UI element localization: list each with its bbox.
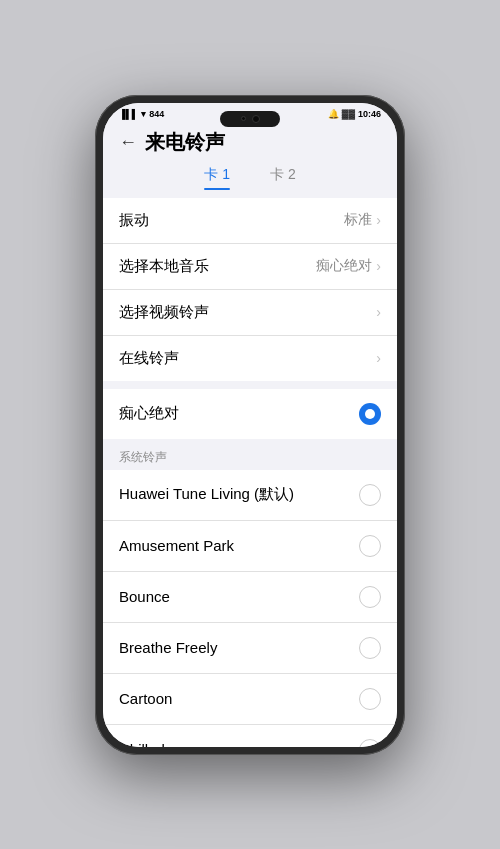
selected-ringtone-label: 痴心绝对 [119, 404, 179, 423]
vibrate-row[interactable]: 振动 标准 › [103, 198, 397, 244]
local-music-row[interactable]: 选择本地音乐 痴心绝对 › [103, 244, 397, 290]
local-music-label: 选择本地音乐 [119, 257, 209, 276]
bell-icon: 🔔 [328, 109, 339, 119]
battery-label: 844 [149, 109, 164, 119]
system-section-label: 系统铃声 [103, 439, 397, 470]
content-area: 振动 标准 › 选择本地音乐 痴心绝对 › 选择视频铃声 [103, 190, 397, 747]
tab-bar: 卡 1 卡 2 [103, 156, 397, 190]
ringtone-row-amusement-park[interactable]: Amusement Park [103, 521, 397, 572]
camera-lens [252, 115, 260, 123]
ringtone-label: Huawei Tune Living (默认) [119, 485, 294, 504]
vibrate-label: 振动 [119, 211, 149, 230]
time-display: 10:46 [358, 109, 381, 119]
video-ringtone-row[interactable]: 选择视频铃声 › [103, 290, 397, 336]
ringtone-row-bounce[interactable]: Bounce [103, 572, 397, 623]
signal-icon: ▐▌▌ [119, 109, 138, 119]
radio-circle-icon [359, 484, 381, 506]
tab-card2[interactable]: 卡 2 [270, 166, 296, 190]
radio-circle-icon [359, 739, 381, 747]
tab-card1[interactable]: 卡 1 [204, 166, 230, 190]
online-ringtone-value: › [376, 350, 381, 366]
chevron-icon: › [376, 258, 381, 274]
page-title: 来电铃声 [145, 129, 225, 156]
ringtone-row-cartoon[interactable]: Cartoon [103, 674, 397, 725]
chevron-icon: › [376, 212, 381, 228]
ringtone-label: Breathe Freely [119, 639, 217, 656]
ringtone-label: Cartoon [119, 690, 172, 707]
ringtone-label: Amusement Park [119, 537, 234, 554]
battery-icon: ▓▓ [342, 109, 355, 119]
wifi-icon: ▾ [141, 109, 146, 119]
camera-notch [220, 111, 280, 127]
radio-circle-icon [359, 586, 381, 608]
chevron-icon: › [376, 304, 381, 320]
online-ringtone-row[interactable]: 在线铃声 › [103, 336, 397, 381]
video-ringtone-value: › [376, 304, 381, 320]
back-button[interactable]: ← [119, 132, 137, 153]
ringtone-label: Chilled [119, 741, 165, 747]
radio-circle-icon [359, 535, 381, 557]
status-right: 🔔 ▓▓ 10:46 [328, 109, 381, 119]
selected-ringtone-row[interactable]: 痴心绝对 [103, 389, 397, 439]
local-music-value: 痴心绝对 › [316, 257, 381, 275]
ringtone-row-breathe-freely[interactable]: Breathe Freely [103, 623, 397, 674]
chevron-icon: › [376, 350, 381, 366]
ringtone-label: Bounce [119, 588, 170, 605]
ringtone-row-chilled[interactable]: Chilled [103, 725, 397, 747]
selected-ringtone-group: 痴心绝对 [103, 389, 397, 439]
radio-circle-icon [359, 688, 381, 710]
system-ringtones-group: Huawei Tune Living (默认) Amusement Park B… [103, 470, 397, 747]
camera-dot-small [241, 116, 246, 121]
phone-screen: ▐▌▌ ▾ 844 🔔 ▓▓ 10:46 ← 来电铃声 卡 1 卡 2 [103, 103, 397, 747]
radio-circle-icon [359, 637, 381, 659]
status-left: ▐▌▌ ▾ 844 [119, 109, 164, 119]
phone-frame: ▐▌▌ ▾ 844 🔔 ▓▓ 10:46 ← 来电铃声 卡 1 卡 2 [95, 95, 405, 755]
video-ringtone-label: 选择视频铃声 [119, 303, 209, 322]
ringtone-row-huawei-tune[interactable]: Huawei Tune Living (默认) [103, 470, 397, 521]
online-ringtone-label: 在线铃声 [119, 349, 179, 368]
settings-group: 振动 标准 › 选择本地音乐 痴心绝对 › 选择视频铃声 [103, 198, 397, 381]
vibrate-value: 标准 › [344, 211, 381, 229]
radio-selected-icon [359, 403, 381, 425]
